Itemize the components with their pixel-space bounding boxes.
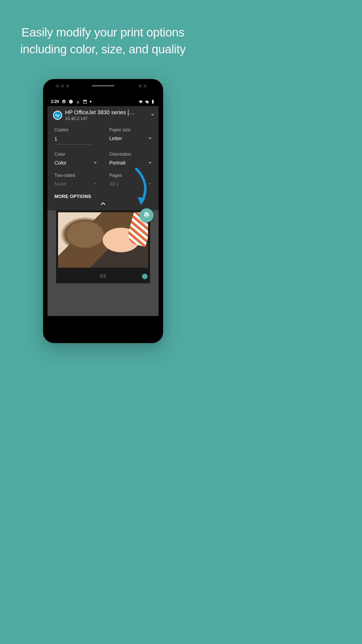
phone-frame: 2:20 • <box>43 79 163 343</box>
camera-dots-left <box>56 85 69 88</box>
printer-address: 10.40.2.147 <box>65 116 135 121</box>
page-counter: 1/1 <box>56 273 150 279</box>
chevron-down-icon <box>149 183 152 185</box>
chevron-down-icon <box>149 138 152 139</box>
two-sided-select[interactable]: None <box>55 181 97 187</box>
two-sided-label: Two-sided <box>55 173 97 178</box>
vibrate-icon <box>139 99 143 104</box>
two-sided-value: None <box>55 181 67 187</box>
chevron-down-icon <box>151 114 154 116</box>
pages-label: Pages <box>109 173 152 178</box>
orientation-select[interactable]: Portrait <box>109 160 152 166</box>
chevron-down-icon <box>149 162 152 164</box>
more-options-button[interactable]: MORE OPTIONS <box>48 188 159 202</box>
print-icon <box>62 99 66 104</box>
color-select[interactable]: Color <box>55 160 97 166</box>
pages-value: All 1 <box>109 181 119 187</box>
wifi-icon <box>145 99 149 104</box>
chevron-down-icon <box>94 183 97 185</box>
copies-label: Copies <box>55 127 97 133</box>
preview-photo <box>58 212 148 268</box>
alert-icon <box>69 99 73 104</box>
phone-screen: 2:20 • <box>48 97 159 331</box>
hp-logo-icon: hp <box>53 111 62 120</box>
orientation-label: Orientation <box>109 152 152 157</box>
collapse-chevron[interactable] <box>48 202 159 208</box>
paper-size-select[interactable]: Letter <box>109 136 152 141</box>
print-fab-button[interactable] <box>140 208 154 222</box>
paper-size-value: Letter <box>109 136 122 141</box>
page-selected-check-icon <box>142 274 148 279</box>
promo-headline: Easily modify your print options includi… <box>15 24 191 58</box>
copies-input[interactable]: 1 <box>55 136 92 145</box>
battery-icon <box>151 99 155 104</box>
download-icon <box>76 99 80 104</box>
color-value: Color <box>55 160 67 166</box>
chevron-down-icon <box>94 162 97 164</box>
print-dialog-panel: hp HP OfficeJet 3830 series [6B… 10.40.2… <box>48 106 159 210</box>
status-bar: 2:20 • <box>48 97 159 106</box>
calendar-icon <box>83 99 87 104</box>
paper-size-label: Paper size <box>109 127 152 133</box>
camera-dots-right <box>139 85 147 88</box>
printer-name: HP OfficeJet 3830 series [6B… <box>65 109 135 116</box>
svg-rect-2 <box>71 102 71 103</box>
color-label: Color <box>55 152 97 157</box>
printer-selector[interactable]: hp HP OfficeJet 3830 series [6B… 10.40.2… <box>48 106 159 124</box>
pages-select[interactable]: All 1 <box>109 181 152 187</box>
orientation-value: Portrait <box>109 160 125 166</box>
svg-rect-1 <box>71 101 71 102</box>
status-time: 2:20 <box>51 99 59 104</box>
print-preview[interactable]: 1/1 <box>48 210 159 316</box>
print-icon <box>143 212 150 219</box>
preview-page: 1/1 <box>56 210 150 283</box>
